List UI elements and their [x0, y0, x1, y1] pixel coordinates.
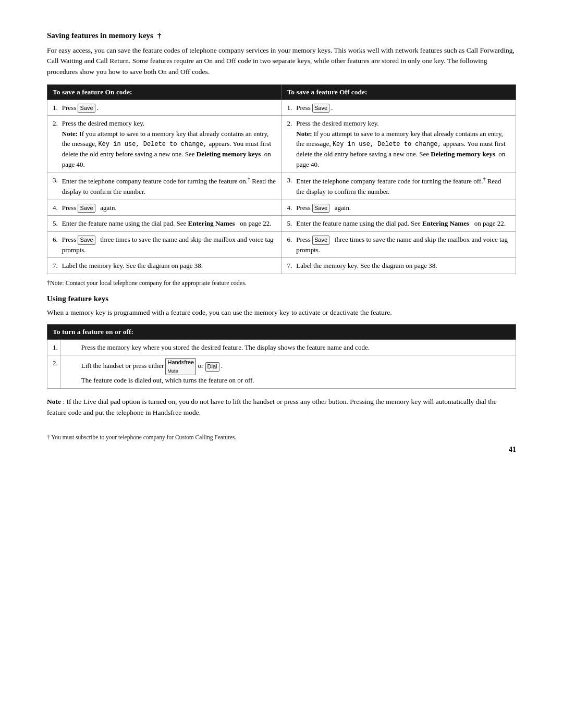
- row6-col1: 6. Press Save three times to save the na…: [47, 231, 282, 257]
- table-row: 1. Press the memory key where you stored…: [47, 339, 516, 355]
- step-num: 1.: [53, 103, 60, 113]
- step-num: 7.: [53, 261, 60, 271]
- table-row: 3. Enter the telephone company feature c…: [47, 172, 516, 200]
- step-num: 3.: [287, 175, 295, 196]
- step-num: 6.: [53, 235, 60, 255]
- section1-footnote: †Note: Contact your local telephone comp…: [47, 279, 516, 287]
- row4-col2: 4. Press Save again.: [282, 200, 516, 216]
- step-content: Press Save .: [62, 103, 276, 113]
- col2-header: To save a feature Off code:: [282, 84, 516, 100]
- step-content: Enter the telephone company feature code…: [62, 175, 276, 196]
- row6-col2: 6. Press Save three times to save the na…: [282, 231, 516, 257]
- note-block: Note : If the Live dial pad option is tu…: [47, 396, 516, 418]
- section1-intro: For easy access, you can save the featur…: [47, 45, 516, 77]
- step-num: 4.: [53, 203, 60, 213]
- step-content: Press the desired memory key. Note: If y…: [296, 118, 510, 169]
- feature-table2-header: To turn a feature on or off:: [47, 324, 516, 339]
- save-key: Save: [312, 236, 329, 244]
- row7-col2: 7. Label the memory key. See the diagram…: [282, 258, 516, 274]
- row3-col1: 3. Enter the telephone company feature c…: [47, 172, 282, 200]
- table-row: 2. Press the desired memory key. Note: I…: [47, 116, 516, 172]
- bottom-footnote: † You must subscribe to your telephone c…: [47, 434, 516, 440]
- note-bold-label: Note: [47, 398, 61, 405]
- save-key: Save: [78, 204, 95, 213]
- table-row: 2. Lift the handset or press either Hand…: [47, 355, 516, 388]
- row1-col1: 1. Press Save .: [47, 100, 282, 116]
- section1-dagger: †: [157, 31, 162, 40]
- step-content: Press Save three times to save the name …: [62, 235, 276, 255]
- note-label: Note:: [296, 130, 312, 138]
- step-num: 3.: [53, 175, 60, 196]
- step-num: 2.: [287, 118, 295, 169]
- dial-key: Dial: [205, 362, 219, 371]
- step-num: 5.: [53, 218, 60, 229]
- step-content: Label the memory key. See the diagram on…: [296, 261, 510, 271]
- step-num: 1.: [287, 103, 295, 113]
- section2: Using feature keys When a memory key is …: [47, 294, 516, 418]
- col1-header: To save a feature On code:: [47, 84, 282, 100]
- note-label: Note:: [62, 130, 78, 138]
- step-content: Press Save again.: [62, 203, 276, 213]
- step-num: 6.: [287, 235, 295, 255]
- save-key: Save: [78, 236, 95, 244]
- row4-col1: 4. Press Save again.: [47, 200, 282, 216]
- row5-col1: 5. Enter the feature name using the dial…: [47, 216, 282, 232]
- step-num: 5.: [287, 218, 295, 229]
- table-row: 6. Press Save three times to save the na…: [47, 231, 516, 257]
- step-num: 4.: [287, 203, 295, 213]
- section1-title-text: Saving features in memory keys: [47, 31, 153, 40]
- save-key: Save: [312, 204, 329, 213]
- step-num: 7.: [287, 261, 295, 271]
- feature-table2: To turn a feature on or off: 1. Press th…: [47, 324, 516, 389]
- table-row: 1. Press Save . 1. Press Save .: [47, 100, 516, 116]
- bold-ref: Deleting memory keys: [197, 150, 261, 158]
- table-row: 5. Enter the feature name using the dial…: [47, 216, 516, 232]
- bold-ref: Entering Names: [422, 219, 469, 227]
- row2-col2: 2. Press the desired memory key. Note: I…: [282, 116, 516, 172]
- table-row: 4. Press Save again. 4. Press Save again…: [47, 200, 516, 216]
- step-num-cell: 2.: [47, 355, 60, 388]
- save-key: Save: [312, 104, 329, 113]
- step-content: Label the memory key. See the diagram on…: [62, 261, 276, 271]
- step-content: Press Save again.: [296, 203, 510, 213]
- table-row: 7. Label the memory key. See the diagram…: [47, 258, 516, 274]
- feature-table: To save a feature On code: To save a fea…: [47, 84, 516, 274]
- row3-col2: 3. Enter the telephone company feature c…: [282, 172, 516, 200]
- section2-intro: When a memory key is programmed with a f…: [47, 307, 516, 318]
- page-number: 41: [47, 446, 516, 454]
- save-key: Save: [78, 104, 95, 113]
- step-num: 2.: [53, 118, 60, 169]
- row5-col2: 5. Enter the feature name using the dial…: [282, 216, 516, 232]
- handsfree-key: HandsfreeMute: [165, 358, 196, 375]
- step-content: Press the desired memory key. Note: If y…: [62, 118, 276, 169]
- step-content: Press Save three times to save the name …: [296, 235, 510, 255]
- bold-ref: Entering Names: [188, 219, 235, 227]
- section1: Saving features in memory keys † For eas…: [47, 31, 516, 287]
- section1-title: Saving features in memory keys †: [47, 31, 516, 40]
- inline-code: Key in use, Delete to change,: [98, 141, 207, 148]
- row1-col2: 1. Press Save .: [282, 100, 516, 116]
- step-num-cell: 1.: [47, 339, 60, 355]
- step-content-cell: Lift the handset or press either Handsfr…: [60, 355, 516, 388]
- row7-col1: 7. Label the memory key. See the diagram…: [47, 258, 282, 274]
- step-content: Enter the feature name using the dial pa…: [62, 218, 276, 229]
- step-content: Press Save .: [296, 103, 510, 113]
- bold-ref: Deleting memory keys: [431, 150, 495, 158]
- section2-title: Using feature keys: [47, 294, 516, 303]
- step-content: Enter the feature name using the dial pa…: [296, 218, 510, 229]
- step-content-cell: Press the memory key where you stored th…: [60, 339, 516, 355]
- inline-code: Key in use, Delete to change,: [333, 141, 442, 148]
- step-content: Enter the telephone company feature code…: [296, 175, 510, 196]
- row2-col1: 2. Press the desired memory key. Note: I…: [47, 116, 282, 172]
